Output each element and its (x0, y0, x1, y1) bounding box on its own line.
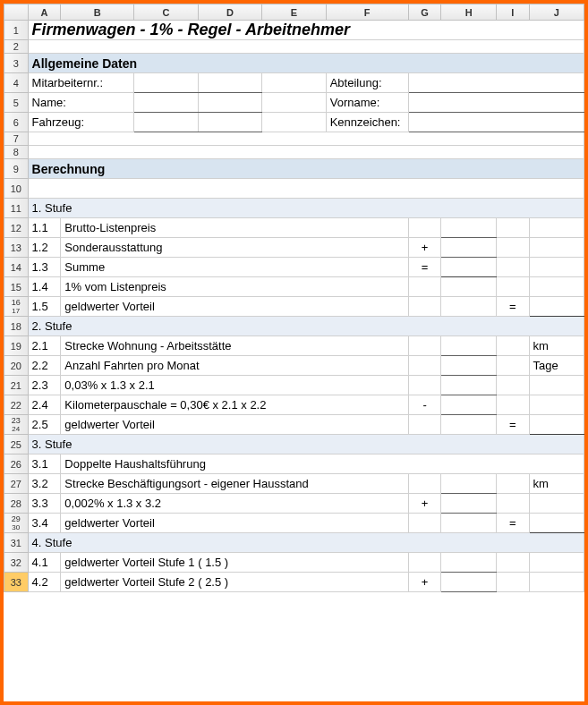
op-eq-1.5: = (496, 297, 529, 317)
row-2[interactable]: 2 (4, 40, 584, 54)
row-25[interactable]: 25 3. Stufe (4, 435, 584, 454)
input-1.1[interactable] (441, 218, 496, 238)
col-D[interactable]: D (198, 4, 262, 21)
stufe2-header: 2. Stufe (28, 317, 584, 336)
label-vorname: Vorname: (326, 93, 408, 113)
result-1.5[interactable] (529, 297, 584, 317)
row-20[interactable]: 20 2.2 Anzahl Fahrten pro Monat Tage (4, 356, 584, 376)
row-19[interactable]: 19 2.1 Strecke Wohnung - Arbeitsstätte k… (4, 336, 584, 356)
col-B[interactable]: B (61, 4, 134, 21)
input-3.2[interactable] (441, 474, 496, 494)
label-1.1: Brutto-Listenpreis (61, 218, 408, 238)
spreadsheet[interactable]: A B C D E F G H I J 1 Firmenwagen - 1% -… (4, 4, 584, 592)
row-4[interactable]: 4 Mitarbeiternr.: Abteilung: (4, 73, 584, 93)
input-abteilung[interactable] (408, 73, 584, 93)
input-kennzeichen[interactable] (408, 113, 584, 132)
op-plus-4.2: + (408, 573, 441, 592)
col-G[interactable]: G (408, 4, 441, 21)
input-1.2[interactable] (441, 238, 496, 258)
row-22[interactable]: 22 2.4 Kilometerpauschale = 0,30€ x 2.1 … (4, 395, 584, 415)
rowhdr-4[interactable]: 4 (4, 73, 29, 93)
op-eq-3.4: = (496, 514, 529, 533)
col-I[interactable]: I (496, 4, 529, 21)
row-28[interactable]: 28 3.3 0,002% x 1.3 x 3.2 + (4, 494, 584, 514)
result-2.4[interactable] (441, 395, 496, 415)
stufe3-header: 3. Stufe (28, 435, 584, 454)
row-23[interactable]: 2324 2.5 geldwerter Vorteil = (4, 415, 584, 435)
result-3.3[interactable] (441, 494, 496, 514)
label-fahrzeug: Fahrzeug: (28, 113, 134, 132)
result-4.2[interactable] (441, 573, 496, 592)
row-5[interactable]: 5 Name: Vorname: (4, 93, 584, 113)
rowhdr-6[interactable]: 6 (4, 113, 29, 132)
rowhdr-33-selected[interactable]: 33 (4, 573, 29, 592)
row-6[interactable]: 6 Fahrzeug: Kennzeichen: (4, 113, 584, 132)
column-header-row: A B C D E F G H I J (4, 4, 584, 21)
num-1.4: 1.4 (28, 277, 61, 297)
input-name[interactable] (134, 93, 199, 113)
op-minus-2.4: - (408, 395, 441, 415)
op-plus-1.2: + (408, 238, 441, 258)
row-14[interactable]: 14 1.3 Summe = (4, 258, 584, 277)
row-15[interactable]: 15 1.4 1% vom Listenpreis (4, 277, 584, 297)
col-E[interactable]: E (262, 4, 327, 21)
page-title: Firmenwagen - 1% - Regel - Arbeitnehmer (32, 21, 350, 38)
input-2.1[interactable] (441, 336, 496, 356)
rowhdr-2[interactable]: 2 (4, 40, 29, 54)
row-29[interactable]: 2930 3.4 geldwerter Vorteil = (4, 514, 584, 533)
row-33[interactable]: 33 4.2 geldwerter Vorteil Stufe 2 ( 2.5 … (4, 573, 584, 592)
row-3[interactable]: 3 Allgemeine Daten (4, 54, 584, 73)
row-26[interactable]: 26 3.1 Doppelte Haushaltsführung (4, 454, 584, 474)
result-2.5[interactable] (529, 415, 584, 435)
row-21[interactable]: 21 2.3 0,03% x 1.3 x 2.1 (4, 376, 584, 395)
result-1.3[interactable] (441, 258, 496, 277)
input-fahrzeug[interactable] (134, 113, 199, 132)
input-2.2[interactable] (441, 356, 496, 376)
label-3.4: geldwerter Vorteil (61, 514, 408, 533)
label-1.5: geldwerter Vorteil (61, 297, 408, 317)
row-13[interactable]: 13 1.2 Sonderausstattung + (4, 238, 584, 258)
label-2.1: Strecke Wohnung - Arbeitsstätte (61, 336, 408, 356)
input-mitarbeiternr[interactable] (134, 73, 199, 93)
label-mitarbeiternr: Mitarbeiternr.: (28, 73, 134, 93)
result-3.4[interactable] (529, 514, 584, 533)
num-3.2: 3.2 (28, 474, 61, 494)
row-8[interactable]: 8 (4, 146, 584, 159)
row-18[interactable]: 18 2. Stufe (4, 317, 584, 336)
label-1.4: 1% vom Listenpreis (61, 277, 408, 297)
num-4.2: 4.2 (28, 573, 61, 592)
label-4.1: geldwerter Vorteil Stufe 1 ( 1.5 ) (61, 553, 408, 573)
row-9[interactable]: 9 Berechnung (4, 159, 584, 179)
input-vorname[interactable] (408, 93, 584, 113)
row-31[interactable]: 31 4. Stufe (4, 533, 584, 553)
rowhdr-5[interactable]: 5 (4, 93, 29, 113)
row-1[interactable]: 1 Firmenwagen - 1% - Regel - Arbeitnehme… (4, 21, 584, 40)
row-7[interactable]: 7 (4, 132, 584, 146)
label-name: Name: (28, 93, 134, 113)
row-16[interactable]: 1617 1.5 geldwerter Vorteil = (4, 297, 584, 317)
select-all-corner[interactable] (4, 4, 29, 21)
num-1.3: 1.3 (28, 258, 61, 277)
rowhdr-3[interactable]: 3 (4, 54, 29, 73)
col-F[interactable]: F (326, 4, 408, 21)
row-12[interactable]: 12 1.1 Brutto-Listenpreis (4, 218, 584, 238)
row-27[interactable]: 27 3.2 Strecke Beschäftigungsort - eigen… (4, 474, 584, 494)
unit-3.2: km (529, 474, 584, 494)
col-C[interactable]: C (134, 4, 199, 21)
result-4.1[interactable] (441, 553, 496, 573)
row-10[interactable]: 10 (4, 179, 584, 199)
row-11[interactable]: 11 1. Stufe (4, 199, 584, 218)
label-2.5: geldwerter Vorteil (61, 415, 408, 435)
num-2.3: 2.3 (28, 376, 61, 395)
label-abteilung: Abteilung: (326, 73, 408, 93)
col-J[interactable]: J (529, 4, 584, 21)
row-32[interactable]: 32 4.1 geldwerter Vorteil Stufe 1 ( 1.5 … (4, 553, 584, 573)
stufe1-header: 1. Stufe (28, 199, 584, 218)
rowhdr-1[interactable]: 1 (4, 21, 29, 40)
label-2.4: Kilometerpauschale = 0,30€ x 2.1 x 2.2 (61, 395, 408, 415)
result-2.3[interactable] (441, 376, 496, 395)
col-H[interactable]: H (441, 4, 496, 21)
col-A[interactable]: A (28, 4, 61, 21)
num-3.3: 3.3 (28, 494, 61, 514)
label-3.1: Doppelte Haushaltsführung (61, 454, 584, 474)
